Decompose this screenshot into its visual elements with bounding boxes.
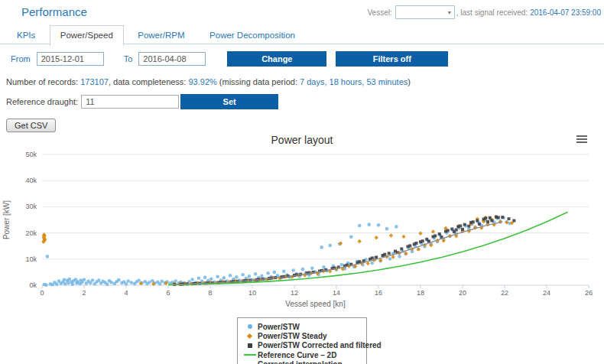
- x-tick-label: 10: [248, 289, 256, 297]
- data-point: [415, 242, 418, 245]
- legend-line-icon: [244, 354, 258, 356]
- legend-item[interactable]: Corrected interpolation: [244, 360, 360, 364]
- scatter-plot-area[interactable]: 0k10k20k30k40k50k02468101214161820222426…: [0, 148, 604, 311]
- top-header: Performance Vessel: ▾ , last signal rece…: [0, 0, 604, 21]
- y-tick-label: 40k: [25, 177, 37, 184]
- data-point: [301, 268, 305, 271]
- data-point: [508, 217, 511, 220]
- from-label: From: [11, 54, 31, 63]
- tab-kpis[interactable]: KPIs: [6, 25, 46, 46]
- vessel-select[interactable]: ▾: [395, 5, 455, 19]
- from-date-input[interactable]: [37, 52, 104, 66]
- data-point: [71, 282, 75, 286]
- data-point: [371, 256, 374, 259]
- data-point: [55, 282, 59, 286]
- to-date-input[interactable]: [138, 52, 206, 66]
- chart-title: Power layout: [0, 134, 604, 148]
- data-point: [358, 239, 362, 243]
- data-point: [209, 277, 213, 281]
- x-tick-label: 18: [417, 289, 424, 297]
- get-csv-button[interactable]: Get CSV: [6, 119, 56, 132]
- data-point: [434, 234, 437, 237]
- data-point: [282, 270, 286, 274]
- legend-item[interactable]: Reference Curve – 2D: [244, 350, 360, 359]
- x-axis-title: Vessel speed [kn]: [285, 300, 346, 308]
- data-point: [349, 235, 353, 239]
- y-tick-label: 0k: [29, 281, 37, 289]
- hamburger-menu-icon[interactable]: [576, 135, 587, 145]
- data-point: [421, 239, 424, 242]
- data-point: [476, 219, 479, 223]
- chart-legend: Power/STWPower/STW SteadyPower/STW Corre…: [237, 317, 367, 364]
- data-point: [401, 235, 405, 239]
- records-prefix: Number of records:: [6, 77, 80, 86]
- x-tick-label: 22: [501, 289, 508, 297]
- legend-item[interactable]: Power/STW: [244, 322, 360, 331]
- data-point: [455, 228, 458, 231]
- filters-off-button[interactable]: Filters off: [336, 51, 448, 67]
- data-point: [117, 278, 121, 282]
- data-point: [254, 272, 258, 276]
- data-point: [91, 278, 95, 282]
- data-point: [450, 227, 453, 230]
- x-tick-label: 8: [208, 289, 212, 297]
- data-point: [447, 229, 450, 232]
- y-tick-label: 30k: [25, 203, 37, 210]
- data-point: [266, 271, 270, 275]
- legend-item[interactable]: Power/STW Corrected and filtered: [244, 341, 360, 350]
- data-point: [375, 236, 378, 239]
- records-summary: Number of records: 173107, data complete…: [6, 77, 604, 86]
- data-point: [216, 275, 219, 278]
- records-count: 173107: [80, 77, 109, 86]
- tab-power-rpm[interactable]: Power/RPM: [127, 25, 195, 46]
- tab-power-speed[interactable]: Power/Speed: [50, 25, 124, 46]
- records-mid: , data completeness:: [109, 77, 189, 86]
- chevron-down-icon: ▾: [448, 9, 451, 16]
- legend-label: Power/STW: [258, 323, 300, 331]
- data-point: [398, 255, 401, 258]
- change-button[interactable]: Change: [227, 51, 326, 67]
- data-point: [148, 281, 151, 284]
- power-layout-chart: Power layout 0k10k20k30k40k50k0246810121…: [0, 134, 604, 364]
- legend-diamond-icon: [244, 334, 258, 338]
- y-tick-label: 50k: [25, 151, 37, 158]
- data-point: [291, 268, 295, 272]
- x-tick-label: 6: [166, 289, 170, 297]
- legend-circle-icon: [244, 324, 258, 329]
- records-completeness: 93.92%: [188, 77, 216, 86]
- legend-square-icon: [244, 343, 258, 348]
- legend-label: Corrected interpolation: [258, 360, 343, 364]
- data-point: [472, 220, 475, 223]
- records-missing-prefix: (missing data period:: [217, 77, 300, 86]
- data-point: [418, 232, 422, 236]
- reference-draught-input[interactable]: [81, 95, 179, 109]
- data-point: [160, 280, 164, 284]
- data-point: [463, 223, 466, 226]
- data-point: [67, 281, 70, 285]
- data-point: [391, 255, 395, 258]
- data-point: [383, 253, 386, 256]
- legend-item[interactable]: Power/STW Steady: [244, 331, 360, 340]
- x-tick-label: 26: [585, 289, 593, 297]
- data-point: [203, 275, 207, 279]
- data-point: [328, 244, 332, 248]
- to-label: To: [124, 54, 133, 63]
- data-point: [497, 216, 500, 219]
- data-point: [125, 282, 128, 286]
- data-point: [109, 281, 113, 284]
- data-point: [438, 232, 441, 236]
- hamburger-bar: [576, 138, 587, 140]
- records-suffix: ): [408, 77, 411, 86]
- data-point: [408, 244, 411, 247]
- set-button[interactable]: Set: [180, 94, 278, 109]
- x-tick-label: 16: [375, 289, 382, 297]
- data-point: [137, 279, 141, 283]
- data-point: [388, 252, 391, 255]
- data-point: [486, 220, 489, 223]
- data-point: [222, 276, 226, 280]
- data-point: [190, 278, 194, 281]
- reference-draught-label: Reference draught:: [6, 97, 78, 106]
- tab-power-decomposition[interactable]: Power Decomposition: [199, 25, 306, 46]
- legend-label: Power/STW Steady: [258, 332, 327, 340]
- data-point: [248, 275, 252, 278]
